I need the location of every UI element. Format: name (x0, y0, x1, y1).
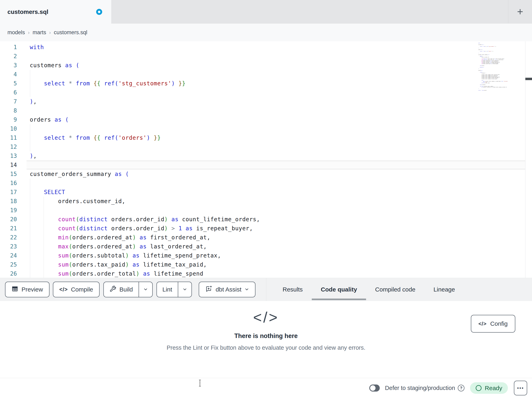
code-line[interactable]: 10 (0, 124, 532, 133)
code-line[interactable]: 18 orders.customer_id, (0, 197, 532, 206)
build-dropdown-button[interactable] (139, 282, 152, 297)
tab-code-quality[interactable]: Code quality (312, 278, 366, 301)
line-number: 15 (0, 170, 17, 179)
code-line[interactable]: 17 SELECT (0, 188, 532, 197)
lint-button[interactable]: Lint (157, 282, 178, 297)
tab-lineage[interactable]: Lineage (424, 278, 464, 301)
line-number: 23 (0, 242, 17, 251)
line-content: select * from {{ ref('orders') }} (30, 133, 161, 142)
code-line[interactable]: 22 min(orders.ordered_at) as first_order… (0, 233, 532, 242)
code-line[interactable]: 3customers as ( (0, 61, 532, 70)
line-number: 19 (0, 206, 17, 215)
compile-button-label: Compile (71, 286, 93, 293)
chevron-down-icon (183, 286, 187, 293)
dbt-ide-window: customers.sql + models › marts › custome… (0, 0, 532, 398)
line-number: 7 (0, 97, 17, 106)
file-tab[interactable]: customers.sql (0, 0, 111, 24)
breadcrumb-item-file[interactable]: customers.sql (54, 29, 88, 36)
line-content: with (30, 43, 44, 52)
code-line[interactable]: 8 (0, 106, 532, 115)
tab-compiled-code[interactable]: Compiled code (366, 278, 424, 301)
line-number: 21 (0, 224, 17, 233)
code-line[interactable]: 12 (0, 142, 532, 151)
preview-button[interactable]: Preview (5, 282, 50, 297)
text-cursor-pointer (198, 379, 202, 388)
line-number: 26 (0, 269, 17, 278)
config-button[interactable]: </> Config (471, 315, 515, 333)
line-number: 20 (0, 215, 17, 224)
chevron-down-icon (143, 286, 148, 293)
code-line[interactable]: 19 (0, 206, 532, 215)
code-line[interactable]: 20 count(distinct orders.order_id) as co… (0, 215, 532, 224)
line-content: sum(orders.tax_paid) as lifetime_tax_pai… (30, 260, 207, 269)
file-tab-title: customers.sql (7, 8, 48, 15)
line-content: select * from {{ ref('stg_customers') }} (30, 79, 186, 88)
breadcrumb-row: models › marts › customers.sql (0, 24, 532, 41)
code-line[interactable]: 2 (0, 52, 532, 61)
config-button-label: Config (490, 320, 508, 327)
scrollbar-thumb[interactable] (525, 78, 532, 80)
line-content: sum(orders.subtotal) as lifetime_spend_p… (30, 251, 221, 260)
code-line[interactable]: 21 count(distinct orders.order_id) > 1 a… (0, 224, 532, 233)
minimap[interactable]: with customers as ( select * from {{ ref… (478, 43, 525, 92)
line-number: 18 (0, 197, 17, 206)
code-line[interactable]: 5 select * from {{ ref('stg_customers') … (0, 79, 532, 88)
code-line[interactable]: 4 (0, 70, 532, 79)
code-line[interactable]: 25 sum(orders.tax_paid) as lifetime_tax_… (0, 260, 532, 269)
line-number: 13 (0, 151, 17, 160)
dbt-assist-button[interactable]: dbt Assist (199, 282, 255, 297)
new-tab-button[interactable]: + (513, 5, 527, 19)
status-cluster: Defer to staging/production ? Ready ••• (369, 378, 527, 398)
tab-lineage-label: Lineage (433, 286, 455, 293)
code-line[interactable]: 1with (0, 43, 532, 52)
code-line[interactable]: 23 max(orders.ordered_at) as last_ordere… (0, 242, 532, 251)
line-number: 10 (0, 124, 17, 133)
line-number: 4 (0, 70, 17, 79)
tab-code-quality-label: Code quality (321, 286, 357, 293)
code-line[interactable]: 6 (0, 88, 532, 97)
code-line[interactable]: 16 (0, 179, 532, 188)
table-icon (12, 286, 18, 294)
code-line[interactable]: 15customer_orders_summary as ( (0, 170, 532, 179)
compile-button[interactable]: </> Compile (53, 282, 100, 297)
line-content: min(orders.ordered_at) as first_ordered_… (30, 233, 210, 242)
tabbar-divider (508, 0, 508, 23)
code-line[interactable]: 14 (0, 160, 532, 170)
line-number: 17 (0, 188, 17, 197)
dbt-assist-button-label: dbt Assist (216, 286, 241, 293)
defer-toggle[interactable] (369, 385, 380, 391)
preview-button-label: Preview (21, 286, 43, 293)
code-line[interactable]: 11 select * from {{ ref('orders') }} (0, 133, 532, 142)
line-number: 2 (0, 52, 17, 61)
build-button[interactable]: Build (104, 282, 139, 297)
code-line[interactable]: 9orders as ( (0, 115, 532, 124)
ready-status-badge: Ready (470, 382, 508, 394)
breadcrumb-item-marts[interactable]: marts (32, 29, 46, 36)
code-icon: </> (59, 287, 68, 293)
code-line[interactable]: 26 sum(orders.order_total) as lifetime_s… (0, 269, 532, 278)
code-line[interactable]: 13), (0, 151, 532, 160)
code-editor[interactable]: 1with23customers as (45 select * from {{… (0, 41, 532, 278)
chevron-right-icon: › (49, 30, 51, 35)
line-number: 8 (0, 106, 17, 115)
line-number: 6 (0, 88, 17, 97)
defer-label: Defer to staging/production (385, 385, 455, 391)
empty-state: </> There is nothing here Press the Lint… (0, 309, 532, 351)
breadcrumb-item-models[interactable]: models (7, 29, 25, 36)
line-content: max(orders.ordered_at) as last_ordered_a… (30, 242, 207, 251)
code-line[interactable]: 24 sum(orders.subtotal) as lifetime_spen… (0, 251, 532, 260)
empty-state-title: There is nothing here (234, 332, 298, 340)
line-number: 5 (0, 79, 17, 88)
line-content: orders.customer_id, (30, 197, 125, 206)
help-icon[interactable]: ? (458, 385, 464, 391)
line-number: 24 (0, 251, 17, 260)
line-content: customer_orders_summary as ( (30, 170, 129, 179)
line-content: ), (30, 151, 37, 160)
line-content: orders as ( (30, 115, 69, 124)
tab-results[interactable]: Results (273, 278, 312, 301)
code-line[interactable]: 7), (0, 97, 532, 106)
lint-dropdown-button[interactable] (178, 282, 191, 297)
wrench-icon (109, 286, 116, 294)
tab-bar: customers.sql + (0, 0, 532, 24)
more-options-button[interactable]: ••• (514, 381, 527, 395)
